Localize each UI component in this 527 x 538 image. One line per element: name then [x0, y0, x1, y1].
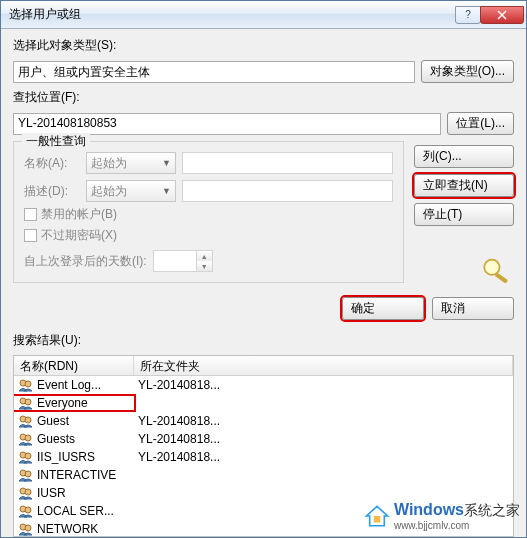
- desc-match-select[interactable]: 起始为▼: [86, 180, 176, 202]
- col-folder-header[interactable]: 所在文件夹: [134, 356, 513, 375]
- cancel-button[interactable]: 取消: [432, 297, 514, 320]
- disabled-accounts-checkbox[interactable]: [24, 208, 37, 221]
- location-label: 查找位置(F):: [13, 89, 514, 106]
- cell-name: NETWORK: [14, 522, 134, 536]
- titlebar: 选择用户或组 ?: [1, 1, 526, 29]
- chevron-down-icon: ▼: [162, 158, 171, 168]
- group-legend: 一般性查询: [22, 133, 90, 150]
- location-field[interactable]: YL-201408180853: [13, 113, 441, 135]
- svg-point-7: [25, 399, 31, 405]
- cell-name: Guest: [14, 414, 134, 428]
- spinner-down-icon[interactable]: ▼: [197, 261, 212, 271]
- table-row[interactable]: Event Log...YL-20140818...: [14, 376, 513, 394]
- days-spinner[interactable]: ▲▼: [153, 250, 213, 272]
- svg-point-21: [25, 525, 31, 531]
- window-buttons: ?: [456, 6, 524, 24]
- find-now-button[interactable]: 立即查找(N): [414, 174, 514, 197]
- spinner-up-icon[interactable]: ▲: [197, 251, 212, 261]
- cell-folder: YL-20140818...: [134, 414, 513, 428]
- table-row[interactable]: LOCAL SER...: [14, 502, 513, 520]
- col-name-header[interactable]: 名称(RDN): [14, 356, 134, 375]
- object-type-field[interactable]: 用户、组或内置安全主体: [13, 61, 415, 83]
- chevron-down-icon: ▼: [162, 186, 171, 196]
- table-row[interactable]: NETWORK: [14, 520, 513, 537]
- close-icon: [496, 10, 508, 20]
- cell-folder: YL-20140818...: [134, 378, 513, 392]
- select-user-dialog: 选择用户或组 ? 选择此对象类型(S): 用户、组或内置安全主体 对象类型(O)…: [0, 0, 527, 538]
- cell-folder: YL-20140818...: [134, 450, 513, 464]
- table-row[interactable]: Everyone: [14, 394, 513, 412]
- svg-point-11: [25, 435, 31, 441]
- close-button[interactable]: [480, 6, 524, 24]
- name-input[interactable]: [182, 152, 393, 174]
- cell-name: Everyone: [14, 396, 134, 410]
- nonexpiring-pw-row[interactable]: 不过期密码(X): [24, 227, 393, 244]
- table-row[interactable]: GuestYL-20140818...: [14, 412, 513, 430]
- disabled-accounts-row[interactable]: 禁用的帐户(B): [24, 206, 393, 223]
- dialog-content: 选择此对象类型(S): 用户、组或内置安全主体 对象类型(O)... 查找位置(…: [1, 29, 526, 538]
- svg-point-15: [25, 471, 31, 477]
- object-types-button[interactable]: 对象类型(O)...: [421, 60, 514, 83]
- nonexpiring-pw-checkbox[interactable]: [24, 229, 37, 242]
- ok-button[interactable]: 确定: [342, 297, 424, 320]
- results-label: 搜索结果(U):: [13, 332, 514, 349]
- svg-point-17: [25, 489, 31, 495]
- table-row[interactable]: INTERACTIVE: [14, 466, 513, 484]
- object-type-label: 选择此对象类型(S):: [13, 37, 514, 54]
- window-title: 选择用户或组: [9, 6, 456, 23]
- search-icon: [480, 255, 514, 283]
- query-buttons: 列(C)... 立即查找(N) 停止(T): [414, 141, 514, 283]
- name-match-select[interactable]: 起始为▼: [86, 152, 176, 174]
- results-table: 名称(RDN) 所在文件夹 Event Log...YL-20140818...…: [13, 355, 514, 537]
- svg-point-5: [25, 381, 31, 387]
- stop-button[interactable]: 停止(T): [414, 203, 514, 226]
- table-row[interactable]: IIS_IUSRSYL-20140818...: [14, 448, 513, 466]
- svg-point-19: [25, 507, 31, 513]
- table-body: Event Log...YL-20140818...EveryoneGuestY…: [14, 376, 513, 537]
- columns-button[interactable]: 列(C)...: [414, 145, 514, 168]
- cell-name: IUSR: [14, 486, 134, 500]
- cell-name: Event Log...: [14, 378, 134, 392]
- cell-folder: YL-20140818...: [134, 432, 513, 446]
- desc-label: 描述(D):: [24, 183, 80, 200]
- table-row[interactable]: GuestsYL-20140818...: [14, 430, 513, 448]
- locations-button[interactable]: 位置(L)...: [447, 112, 514, 135]
- query-area: 一般性查询 名称(A): 起始为▼ 描述(D): 起始为▼ 禁用的帐户(B) 不…: [13, 141, 514, 283]
- desc-input[interactable]: [182, 180, 393, 202]
- name-label: 名称(A):: [24, 155, 80, 172]
- cell-name: IIS_IUSRS: [14, 450, 134, 464]
- cell-name: Guests: [14, 432, 134, 446]
- cell-name: INTERACTIVE: [14, 468, 134, 482]
- svg-point-9: [25, 417, 31, 423]
- table-row[interactable]: IUSR: [14, 484, 513, 502]
- svg-point-2: [484, 260, 499, 275]
- svg-point-13: [25, 453, 31, 459]
- svg-rect-3: [495, 272, 509, 283]
- help-button[interactable]: ?: [455, 6, 481, 24]
- dialog-buttons: 确定 取消: [13, 297, 514, 320]
- table-header: 名称(RDN) 所在文件夹: [14, 356, 513, 376]
- days-since-login-label: 自上次登录后的天数(I):: [24, 253, 147, 270]
- cell-name: LOCAL SER...: [14, 504, 134, 518]
- general-query-group: 一般性查询 名称(A): 起始为▼ 描述(D): 起始为▼ 禁用的帐户(B) 不…: [13, 141, 404, 283]
